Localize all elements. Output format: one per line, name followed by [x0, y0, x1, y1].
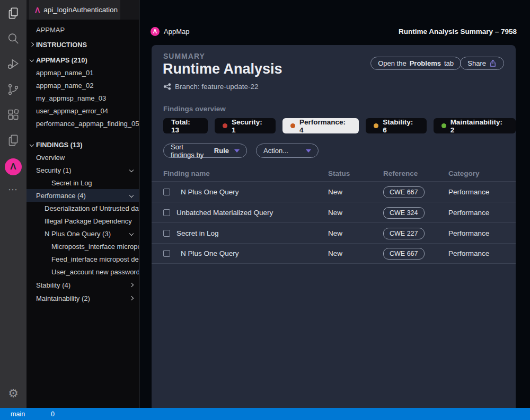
sidebar-item-feed-interface-micropost-delet[interactable]: Feed_interface micropost delet: [26, 253, 139, 265]
action-label: Action...: [263, 147, 288, 155]
badge-performance-4[interactable]: Performance: 4: [282, 118, 359, 133]
finding-category: Performance: [448, 188, 516, 196]
sidebar-item-microposts-interface-micropos[interactable]: Microposts_interface micropos: [26, 240, 139, 253]
badge-stability-6[interactable]: Stability: 6: [366, 118, 426, 133]
sidebar-item-my-appmsp-name-03[interactable]: my_appmsp_name_03: [26, 92, 139, 104]
chevron-down-icon[interactable]: [129, 193, 134, 198]
chevron-down-icon: [30, 142, 34, 147]
sidebar-item-n-plus-one-query-3[interactable]: N Plus One Query (3): [26, 227, 139, 240]
finding-category: Performance: [448, 249, 516, 257]
finding-name: N Plus One Query: [176, 188, 328, 196]
finding-status: New: [328, 188, 383, 196]
cwe-reference-pill[interactable]: CWE 667: [383, 186, 425, 198]
appmap-tab-icon: Λ: [35, 6, 40, 14]
sidebar-item-appmap[interactable]: APPMAP: [26, 23, 139, 36]
cwe-reference-pill[interactable]: CWE 324: [383, 207, 425, 219]
branch-icon: [163, 83, 171, 91]
run-debug-icon[interactable]: [6, 57, 21, 72]
sidebar-item-user-appmap-error-04[interactable]: user_appmap_error_04: [26, 104, 139, 117]
severity-dot-icon: [374, 123, 378, 128]
explorer-icon[interactable]: [6, 6, 21, 21]
sidebar-item-security-1[interactable]: Security (1): [26, 164, 139, 176]
findings-table-header: Finding name Status Reference Category: [152, 166, 516, 181]
sidebar-item-label: Overview: [36, 154, 65, 162]
finding-name: Secret in Log: [176, 229, 328, 237]
appmap-brand: Λ AppMap: [151, 27, 189, 36]
sidebar-item-appmap-name-02[interactable]: appmap_name_02: [26, 79, 139, 92]
sidebar-item-illegal-package-dependency[interactable]: Illegal Package Dependency: [26, 215, 139, 227]
status-problems-count[interactable]: 0: [51, 410, 55, 418]
sidebar-item-label: N Plus One Query (3): [45, 230, 111, 238]
finding-reference-cell: CWE 227: [383, 229, 448, 237]
badge-label: Performance: 4: [299, 118, 351, 134]
sidebar-item-label: INSTRUCTIONS: [36, 41, 87, 49]
findings-table-body: N Plus One QueryNewCWE 667PerformanceUnb…: [152, 181, 516, 264]
badge-label: Security: 1: [232, 118, 268, 134]
finding-category: Performance: [448, 229, 516, 237]
chevron-down-icon[interactable]: [129, 231, 134, 236]
chevron-down-icon[interactable]: [129, 168, 134, 172]
share-icon: [489, 59, 497, 67]
badge-total-13[interactable]: Total: 13: [163, 118, 208, 133]
sidebar-item-deserialization-of-untrusted-data[interactable]: Deserialization of Untrusted data: [26, 202, 139, 215]
row-checkbox[interactable]: [163, 189, 170, 195]
badge-security-1[interactable]: Security: 1: [215, 118, 276, 133]
badge-maintainability-2[interactable]: Maintainability: 2: [434, 118, 516, 133]
sort-findings-dropdown[interactable]: Sort findings by Rule: [163, 144, 247, 158]
sidebar-item-findings-13[interactable]: FINDINGS (13): [26, 138, 139, 151]
sidebar-item-appmaps-210[interactable]: APPMAPS (210): [26, 53, 139, 66]
share-button[interactable]: Share: [460, 57, 504, 70]
row-checkbox[interactable]: [163, 230, 170, 237]
cwe-reference-pill[interactable]: CWE 227: [383, 228, 425, 239]
sidebar-item-label: Stability (4): [36, 281, 70, 289]
appmap-logo-icon: Λ: [151, 27, 160, 36]
finding-status: New: [328, 249, 383, 257]
sidebar-item-maintainability-2[interactable]: Maintainability (2): [26, 292, 139, 305]
sidebar-item-user-account-new-password-r[interactable]: User_account new password_r: [26, 265, 139, 278]
open-problems-tab-button[interactable]: Open the Problems tab: [370, 57, 461, 70]
chevron-right-icon[interactable]: [129, 283, 134, 287]
table-row[interactable]: N Plus One QueryNewCWE 667Performance: [152, 243, 516, 264]
brand-label: AppMap: [164, 28, 189, 35]
problems-button-text-bold: Problems: [410, 59, 441, 67]
panel-title: Runtime Analysis Summary – 7958: [399, 28, 517, 35]
action-dropdown[interactable]: Action...: [256, 144, 319, 158]
sidebar-item-performance-appmap-finding-05[interactable]: performance_appmap_finding_05: [26, 117, 139, 130]
sidebar-item-label: my_appmsp_name_03: [36, 94, 106, 102]
sidebar-item-performance-4[interactable]: Performance (4): [26, 189, 139, 202]
tab-api-login-authentication[interactable]: Λ api_loginAuthentication: [29, 0, 120, 20]
badge-label: Stability: 6: [383, 118, 419, 134]
sidebar-item-instructions[interactable]: INSTRUCTIONS: [26, 38, 139, 51]
finding-status: New: [328, 229, 383, 237]
search-icon[interactable]: [6, 31, 21, 46]
finding-name: N Plus One Query: [176, 249, 328, 257]
sidebar-item-stability-4[interactable]: Stability (4): [26, 279, 139, 291]
cwe-reference-pill[interactable]: CWE 667: [383, 248, 425, 260]
copy-icon[interactable]: [6, 133, 21, 148]
row-checkbox[interactable]: [163, 209, 170, 216]
findings-badges: Total: 13Security: 1Performance: 4Stabil…: [163, 118, 516, 133]
sidebar-item-secret-in-log[interactable]: Secret in Log: [26, 176, 139, 189]
findings-table: Finding name Status Reference Category N…: [152, 166, 516, 264]
sidebar: Λ api_loginAuthentication APPMAPINSTRUCT…: [26, 0, 139, 408]
appmap-icon[interactable]: Λ: [5, 158, 22, 175]
table-row[interactable]: Secret in LogNewCWE 227Performance: [152, 222, 516, 243]
finding-category: Performance: [448, 209, 516, 217]
col-header-finding-name: Finding name: [163, 169, 328, 177]
chevron-right-icon[interactable]: [129, 296, 134, 300]
sidebar-item-appmap-name-01[interactable]: appmap_name_01: [26, 66, 139, 79]
sidebar-item-label: User_account new password_r: [51, 268, 139, 276]
row-checkbox[interactable]: [163, 250, 170, 257]
table-row[interactable]: N Plus One QueryNewCWE 667Performance: [152, 181, 516, 202]
sidebar-item-label: Performance (4): [36, 192, 86, 200]
summary-card: SUMMARY Runtime Analysis Branch: feature…: [152, 45, 516, 408]
settings-gear-icon[interactable]: ⚙: [8, 387, 19, 400]
more-icon[interactable]: ⋯: [8, 184, 19, 195]
status-bar: main 0: [0, 408, 530, 420]
status-branch[interactable]: main: [11, 410, 25, 418]
extensions-icon[interactable]: [6, 108, 21, 122]
table-row[interactable]: Unbatched Materialized QueryNewCWE 324Pe…: [152, 202, 516, 222]
sidebar-item-overview[interactable]: Overview: [26, 151, 139, 164]
source-control-icon[interactable]: [6, 82, 21, 97]
severity-dot-icon: [441, 123, 446, 128]
